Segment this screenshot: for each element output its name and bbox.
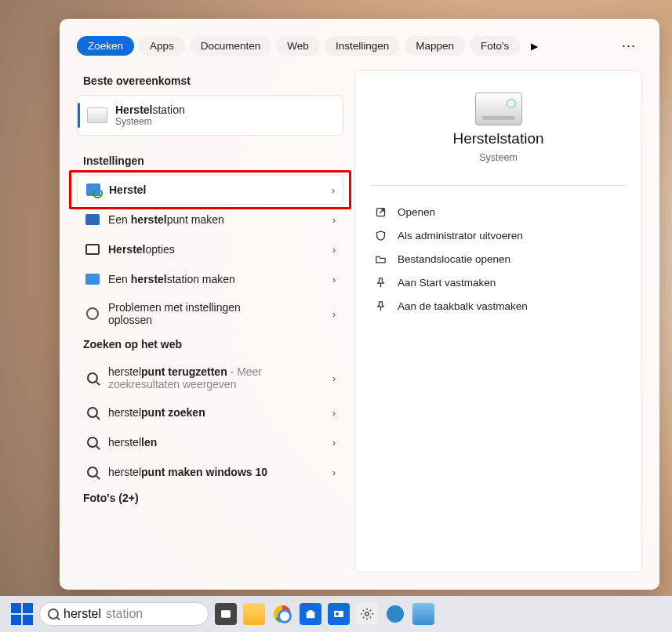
- section-search-web: Zoeken op het web: [83, 338, 343, 351]
- options-icon: [85, 244, 100, 255]
- preview-subtitle: Systeem: [479, 152, 518, 163]
- section-best-match: Beste overeenkomst: [83, 74, 343, 87]
- more-options-icon[interactable]: ···: [616, 38, 642, 54]
- shield-icon: [374, 229, 387, 242]
- recovery-icon: [86, 183, 100, 196]
- taskbar-search-box[interactable]: herstelstation: [39, 602, 209, 626]
- search-icon: [48, 608, 59, 619]
- svg-rect-1: [221, 610, 231, 617]
- search-icon: [87, 407, 98, 418]
- chevron-right-icon: ›: [332, 274, 336, 285]
- search-icon: [87, 437, 98, 448]
- tab-apps[interactable]: Apps: [139, 36, 185, 56]
- search-typed-text: herstel: [64, 607, 101, 621]
- web-result-2[interactable]: herstelpunt zoeken ›: [77, 398, 343, 427]
- result-troubleshoot-settings[interactable]: Problemen met instellingen oplossen ›: [77, 294, 343, 333]
- result-create-restore-point[interactable]: Een herstelpunt maken ›: [77, 205, 343, 234]
- best-match-result[interactable]: Herstelstation Systeem: [77, 95, 343, 136]
- more-tabs-arrow-icon[interactable]: ▶: [525, 39, 544, 53]
- section-settings: Instellingen: [83, 154, 343, 167]
- chevron-right-icon: ›: [332, 184, 335, 196]
- tab-settings[interactable]: Instellingen: [325, 36, 400, 56]
- globe-icon[interactable]: [384, 603, 406, 625]
- tab-search[interactable]: Zoeken: [77, 36, 134, 56]
- chrome-icon[interactable]: [271, 603, 293, 625]
- web-result-1[interactable]: herstelpunt terugzetten - Meer zoekresul…: [77, 358, 343, 398]
- svg-point-3: [336, 612, 339, 616]
- drive-hero-icon: [475, 93, 522, 125]
- preview-pane: Herstelstation Systeem Openen Als admini…: [354, 70, 642, 572]
- outlook-icon[interactable]: [328, 603, 350, 625]
- action-open-file-location[interactable]: Bestandslocatie openen: [371, 247, 626, 271]
- action-open[interactable]: Openen: [371, 200, 626, 223]
- tab-photos[interactable]: Foto's: [470, 36, 520, 56]
- search-autocomplete-text: station: [106, 607, 143, 621]
- microsoft-store-icon[interactable]: [300, 603, 321, 625]
- chevron-right-icon: ›: [332, 244, 336, 256]
- pin-icon: [374, 300, 387, 312]
- tab-documents[interactable]: Documenten: [190, 36, 272, 56]
- control-panel-icon[interactable]: [412, 603, 434, 625]
- chevron-right-icon: ›: [332, 372, 336, 384]
- action-pin-to-taskbar[interactable]: Aan de taakbalk vastmaken: [371, 294, 626, 318]
- action-pin-to-start[interactable]: Aan Start vastmaken: [371, 271, 626, 294]
- tab-folders[interactable]: Mappen: [405, 36, 465, 56]
- svg-point-4: [365, 612, 369, 616]
- chevron-right-icon: ›: [332, 214, 336, 226]
- web-result-4[interactable]: herstelpunt maken windows 10 ›: [77, 457, 343, 487]
- result-herstel[interactable]: Herstel ›: [77, 175, 343, 205]
- search-icon: [87, 372, 98, 383]
- chevron-right-icon: ›: [332, 437, 336, 449]
- chevron-right-icon: ›: [332, 308, 336, 320]
- start-button[interactable]: [11, 603, 33, 625]
- search-icon: [87, 467, 98, 478]
- taskbar: herstelstation: [0, 596, 672, 632]
- divider: [371, 185, 626, 186]
- action-run-as-admin[interactable]: Als administrator uitvoeren: [371, 223, 626, 247]
- result-create-recovery-drive[interactable]: Een herstelstation maken ›: [77, 264, 343, 294]
- folder-icon: [374, 252, 387, 265]
- chevron-right-icon: ›: [332, 407, 336, 419]
- taskview-icon[interactable]: [215, 603, 237, 625]
- file-explorer-icon[interactable]: [243, 603, 265, 625]
- monitor-shield-icon: [85, 274, 100, 285]
- wrench-icon: [86, 307, 99, 320]
- section-photos: Foto's (2+): [83, 492, 343, 504]
- result-recovery-options[interactable]: Herstelopties ›: [77, 234, 343, 264]
- results-column: Beste overeenkomst Herstelstation Systee…: [77, 70, 343, 572]
- chevron-right-icon: ›: [332, 467, 336, 478]
- pin-icon: [374, 276, 387, 289]
- search-filter-tabs: Zoeken Apps Documenten Web Instellingen …: [77, 36, 642, 56]
- best-match-title: Herstelstation: [115, 104, 185, 116]
- tab-web[interactable]: Web: [276, 36, 320, 56]
- open-icon: [374, 205, 387, 218]
- web-result-3[interactable]: herstellen ›: [77, 427, 343, 457]
- search-panel: Zoeken Apps Documenten Web Instellingen …: [60, 19, 659, 590]
- preview-title: Herstelstation: [452, 130, 543, 147]
- best-match-subtitle: Systeem: [115, 116, 185, 127]
- settings-icon[interactable]: [356, 603, 378, 625]
- monitor-icon: [85, 214, 100, 225]
- drive-icon: [87, 107, 107, 123]
